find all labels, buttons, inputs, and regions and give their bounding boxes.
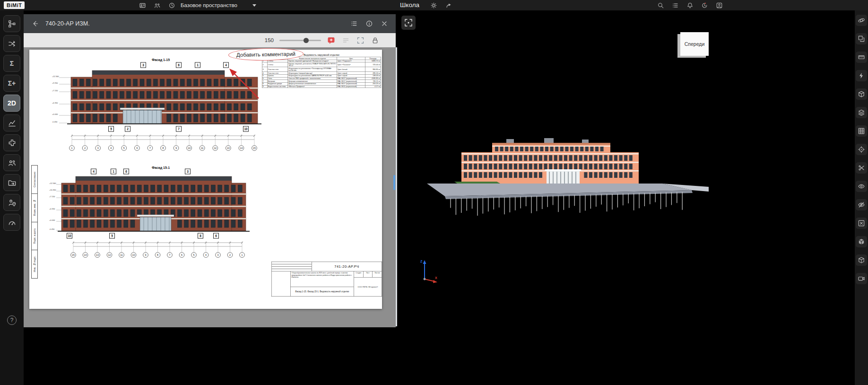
svg-text:12: 12 [108, 254, 111, 256]
eye-icon[interactable] [856, 181, 867, 192]
section-icon[interactable] [856, 254, 867, 266]
settings-gear-icon[interactable] [429, 1, 438, 9]
info-icon[interactable] [365, 19, 374, 28]
svg-text:14: 14 [240, 147, 243, 149]
svg-text:13: 13 [96, 254, 99, 256]
table-cell: Кирпич лицевой, утеплитель KNAUF INSULAT… [288, 62, 337, 67]
search-icon[interactable] [656, 1, 665, 9]
sidebar-item-2d-mode[interactable]: 2D [3, 95, 20, 112]
stamp-cell: Согласовано [32, 166, 37, 194]
document-header: 740-20-АР ИЗМ. [24, 14, 396, 33]
document-title: 740-20-АР ИЗМ. [45, 20, 90, 27]
stamp-label: Взам. инв. № [33, 200, 36, 216]
clip-icon[interactable] [856, 162, 867, 174]
menu-list-icon[interactable] [671, 1, 679, 9]
svg-text:+0.000: +0.000 [49, 219, 55, 221]
cube-icon[interactable] [856, 236, 867, 247]
facade-bottom-geometry: 151413121110987654321416310586+12.560+10… [49, 169, 250, 257]
sidebar-item-sigma-plus[interactable]: Σ+ [3, 75, 20, 92]
document-scrollbar-thumb[interactable] [393, 175, 395, 190]
comments-list-icon[interactable] [341, 36, 350, 45]
svg-text:5: 5 [123, 147, 125, 149]
document-viewer-area[interactable]: Фасад 1-15 12345678910111213141536145271… [24, 47, 396, 327]
viewport-3d[interactable]: Спереди Z X [398, 10, 855, 385]
svg-text:8: 8 [200, 234, 201, 237]
lock-sync-icon[interactable] [371, 36, 380, 45]
workspace-selector[interactable]: Базовое пространство [181, 0, 256, 10]
team-icon[interactable] [153, 1, 161, 9]
title-block: 741-20-АР.РЧ Общеобразовательная школа н… [271, 262, 382, 297]
close-icon[interactable] [380, 19, 389, 28]
zoom-slider[interactable] [279, 40, 321, 41]
locate-icon[interactable] [856, 144, 867, 155]
svg-text:+10.350: +10.350 [49, 189, 56, 191]
sidebar-item-structure[interactable] [3, 15, 20, 32]
sidebar-item-plugins[interactable] [3, 134, 20, 151]
eye-off-icon[interactable] [856, 199, 867, 210]
help-button[interactable]: ? [7, 315, 17, 325]
measure-icon[interactable] [856, 52, 867, 63]
sidebar-item-charts[interactable] [3, 114, 20, 131]
table-cell: 2 [262, 62, 267, 67]
views-icon[interactable] [856, 33, 867, 44]
facade-1-15-drawing: Фасад 1-15 12345678910111213141536145271… [43, 54, 265, 155]
svg-text:+7.150: +7.150 [49, 195, 55, 198]
table-cell: Штукатурка по утеплителю «Теплофасад ОПТ… [288, 67, 337, 72]
camera-icon[interactable] [856, 273, 867, 284]
stamp-cell: Подп. и дата [32, 222, 37, 251]
table-cell: 725.04 м² [365, 62, 381, 67]
app-logo[interactable]: BiMiT [4, 1, 25, 9]
back-arrow-icon[interactable] [30, 19, 40, 28]
focus-selection-icon[interactable] [401, 16, 416, 30]
sheet-col: Лист [363, 271, 373, 278]
project-title: Школа [400, 1, 419, 9]
axis-x-label: X [435, 276, 437, 280]
table-cell: 4.17 м² [365, 85, 381, 88]
svg-text:+12.560: +12.560 [52, 75, 59, 78]
building-3d-model[interactable] [426, 134, 710, 224]
svg-text:2: 2 [127, 127, 129, 131]
notifications-bell-icon[interactable] [686, 1, 694, 9]
title-block-stage-cells: Стадия Лист Листов [354, 271, 382, 278]
add-comment-icon[interactable] [327, 36, 336, 45]
svg-text:3: 3 [187, 170, 189, 173]
svg-text:12: 12 [214, 147, 217, 149]
title-block-signature-grid [272, 262, 312, 271]
sidebar-item-relations[interactable] [3, 35, 20, 52]
stamp-label: Согласовано [33, 172, 36, 187]
svg-text:10: 10 [244, 127, 248, 131]
chevron-down-icon [252, 4, 256, 7]
svg-text:6: 6 [215, 234, 217, 237]
user-avatar-icon[interactable] [715, 1, 723, 9]
table-cell: Штукатурка по утеплителю CARBON PROF h=5… [288, 74, 337, 77]
orbit-icon[interactable] [856, 15, 867, 26]
view-cube-front[interactable]: Спереди [680, 32, 709, 56]
history-icon[interactable] [167, 1, 176, 9]
table-row: 3Участок стенШтукатурка по утеплителю «Т… [262, 67, 381, 72]
svg-text:10: 10 [188, 147, 191, 149]
box-remove-icon[interactable] [856, 218, 867, 229]
sidebar-item-dashboard[interactable] [3, 214, 20, 231]
svg-text:2: 2 [229, 254, 231, 256]
fullscreen-icon[interactable] [356, 36, 365, 45]
grid-icon[interactable] [856, 125, 867, 137]
table-cell: Цвет «Тоскана» [337, 62, 365, 67]
sidebar-item-user-location[interactable] [3, 194, 20, 211]
sheet-list-icon[interactable] [349, 19, 359, 28]
box3d-icon[interactable] [856, 88, 867, 100]
stamp-cell: Инв. № подл. [32, 250, 37, 278]
widgets-icon[interactable] [138, 1, 147, 9]
zoom-slider-thumb[interactable] [304, 38, 309, 43]
sync-time-icon[interactable] [700, 1, 709, 9]
sidebar-item-sigma[interactable]: Σ [3, 55, 20, 72]
panel-resize-divider[interactable] [396, 47, 397, 326]
layers-icon[interactable] [856, 107, 867, 118]
svg-text:-0.450: -0.450 [52, 121, 58, 123]
svg-text:2: 2 [84, 147, 86, 149]
svg-text:1: 1 [71, 147, 73, 149]
table-cell: Цвет белый [337, 67, 365, 72]
sidebar-item-users[interactable] [3, 154, 20, 171]
sidebar-item-shared-folder[interactable] [3, 174, 20, 191]
clash-icon[interactable] [856, 70, 867, 81]
share-icon[interactable] [444, 1, 453, 9]
